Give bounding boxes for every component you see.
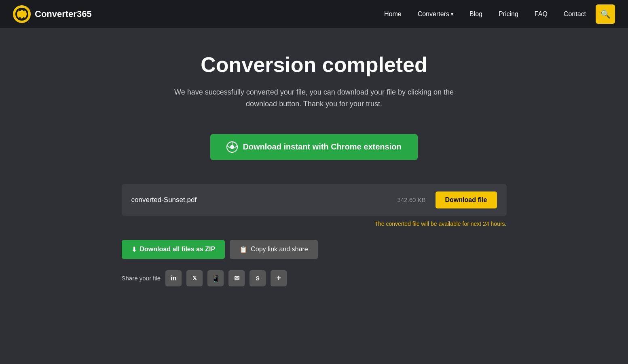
share-row: Share your file in 𝕏 📱 ✉ S + bbox=[122, 270, 507, 286]
share-label: Share your file bbox=[122, 275, 161, 282]
bottom-actions: ⬇ Download all files as ZIP 📋 Copy link … bbox=[122, 240, 507, 259]
brand-name: Converter365 bbox=[35, 9, 92, 19]
email-icon: ✉ bbox=[234, 274, 239, 282]
linkedin-share[interactable]: in bbox=[165, 270, 182, 286]
twitter-icon: 𝕏 bbox=[192, 275, 197, 281]
nav-links: Home Converters ▾ Blog Pricing FAQ Conta… bbox=[378, 4, 615, 24]
contact-link[interactable]: Contact bbox=[557, 7, 592, 21]
linkedin-icon: in bbox=[171, 275, 176, 282]
blog-link[interactable]: Blog bbox=[463, 7, 489, 21]
more-share[interactable]: + bbox=[271, 270, 287, 286]
download-zip-icon: ⬇ bbox=[131, 246, 137, 253]
whatsapp-share[interactable]: 📱 bbox=[207, 270, 224, 286]
chrome-ext-label: Download instant with Chrome extension bbox=[243, 142, 401, 151]
chrome-icon bbox=[226, 141, 238, 153]
download-zip-label: Download all files as ZIP bbox=[140, 246, 216, 253]
main-content: Conversion completed We have successfull… bbox=[112, 28, 516, 303]
navbar: Converter365 Home Converters ▾ Blog Pric… bbox=[0, 0, 628, 28]
faq-link[interactable]: FAQ bbox=[528, 7, 554, 21]
search-icon: 🔍 bbox=[601, 9, 611, 19]
svg-line-5 bbox=[235, 145, 237, 148]
file-size: 342.60 KB bbox=[397, 196, 425, 203]
home-link[interactable]: Home bbox=[378, 7, 408, 21]
whatsapp-icon: 📱 bbox=[211, 274, 220, 283]
file-name: converted-Sunset.pdf bbox=[131, 196, 197, 204]
pricing-link[interactable]: Pricing bbox=[492, 7, 525, 21]
file-row: converted-Sunset.pdf 342.60 KB Download … bbox=[122, 184, 507, 216]
converters-chevron-icon: ▾ bbox=[451, 11, 453, 17]
search-button[interactable]: 🔍 bbox=[596, 4, 615, 24]
skype-icon: S bbox=[256, 275, 260, 282]
svg-line-4 bbox=[227, 145, 230, 148]
copy-link-icon: 📋 bbox=[239, 246, 247, 253]
download-zip-button[interactable]: ⬇ Download all files as ZIP bbox=[122, 240, 225, 259]
brand-logo[interactable]: Converter365 bbox=[13, 5, 92, 23]
svg-point-2 bbox=[230, 145, 234, 149]
chrome-extension-button[interactable]: Download instant with Chrome extension bbox=[210, 134, 417, 160]
logo-icon bbox=[13, 5, 31, 23]
download-file-button[interactable]: Download file bbox=[436, 191, 497, 208]
conversion-subtitle: We have successfully converted your file… bbox=[161, 86, 468, 110]
converters-link[interactable]: Converters ▾ bbox=[411, 7, 460, 21]
availability-note: The converted file will be available for… bbox=[122, 221, 507, 227]
email-share[interactable]: ✉ bbox=[228, 270, 245, 286]
skype-share[interactable]: S bbox=[250, 270, 266, 286]
twitter-share[interactable]: 𝕏 bbox=[186, 270, 203, 286]
copy-link-button[interactable]: 📋 Copy link and share bbox=[230, 240, 317, 259]
file-actions: 342.60 KB Download file bbox=[397, 191, 497, 208]
copy-link-label: Copy link and share bbox=[251, 246, 308, 253]
more-icon: + bbox=[276, 274, 281, 283]
page-title: Conversion completed bbox=[122, 53, 507, 77]
